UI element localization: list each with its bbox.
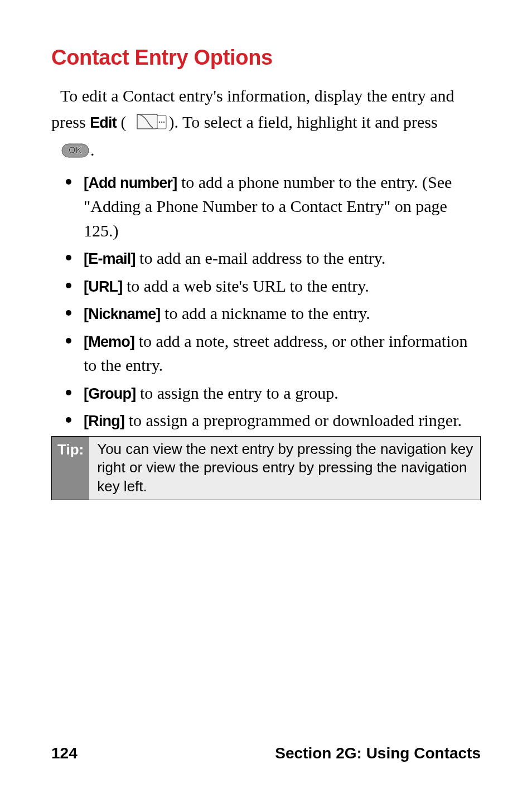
- list-item-bold: [Nickname]: [84, 306, 161, 322]
- list-item-bold: [Add number]: [84, 175, 177, 191]
- list-item-text: to add a nickname to the entry.: [161, 304, 370, 322]
- intro-text-2: (: [117, 113, 127, 131]
- svg-text:OK: OK: [69, 146, 82, 155]
- list-item: [URL] to add a web site's URL to the ent…: [81, 274, 481, 298]
- page-container: Contact Entry Options To edit a Contact …: [0, 0, 532, 798]
- edit-label: Edit: [90, 114, 117, 131]
- page-footer: 124 Section 2G: Using Contacts: [51, 744, 481, 762]
- list-item-text: to add a note, street address, or other …: [84, 332, 468, 375]
- list-item-bold: [Memo]: [84, 333, 134, 350]
- list-item: [Group] to assign the entry to a group.: [81, 381, 481, 405]
- ok-button-icon: OK: [52, 139, 89, 166]
- list-item: [E-mail] to add an e-mail address to the…: [81, 246, 481, 270]
- softkey-icon: [127, 112, 167, 138]
- tip-label: Tip:: [52, 437, 89, 500]
- list-item-text: to assign a preprogrammed or downloaded …: [124, 411, 462, 429]
- list-item-text: to add a web site's URL to the entry.: [122, 277, 369, 295]
- tip-box: Tip: You can view the next entry by pres…: [51, 436, 481, 500]
- intro-period: .: [90, 141, 95, 159]
- svg-point-3: [163, 121, 165, 123]
- tip-body: You can view the next entry by pressing …: [89, 437, 480, 500]
- list-item-text: to assign the entry to a group.: [136, 384, 338, 402]
- intro-paragraph: To edit a Contact entry's information, d…: [51, 83, 481, 166]
- intro-text-3: ). To select a field, highlight it and p…: [168, 113, 437, 131]
- bullet-list: [Add number] to add a phone number to th…: [51, 170, 481, 433]
- list-item-text: to add an e-mail address to the entry.: [136, 249, 386, 267]
- page-heading: Contact Entry Options: [51, 46, 481, 70]
- svg-point-2: [161, 121, 163, 123]
- list-item: [Nickname] to add a nickname to the entr…: [81, 301, 481, 326]
- svg-point-1: [159, 121, 161, 123]
- list-item: [Add number] to add a phone number to th…: [81, 170, 481, 243]
- list-item-bold: [E-mail]: [84, 250, 136, 267]
- list-item-bold: [Group]: [84, 385, 136, 402]
- section-label: Section 2G: Using Contacts: [275, 744, 481, 762]
- list-item: [Memo] to add a note, street address, or…: [81, 329, 481, 378]
- list-item-bold: [URL]: [84, 278, 122, 295]
- list-item: [Ring] to assign a preprogrammed or down…: [81, 408, 481, 433]
- page-number: 124: [51, 744, 78, 762]
- list-item-bold: [Ring]: [84, 413, 124, 429]
